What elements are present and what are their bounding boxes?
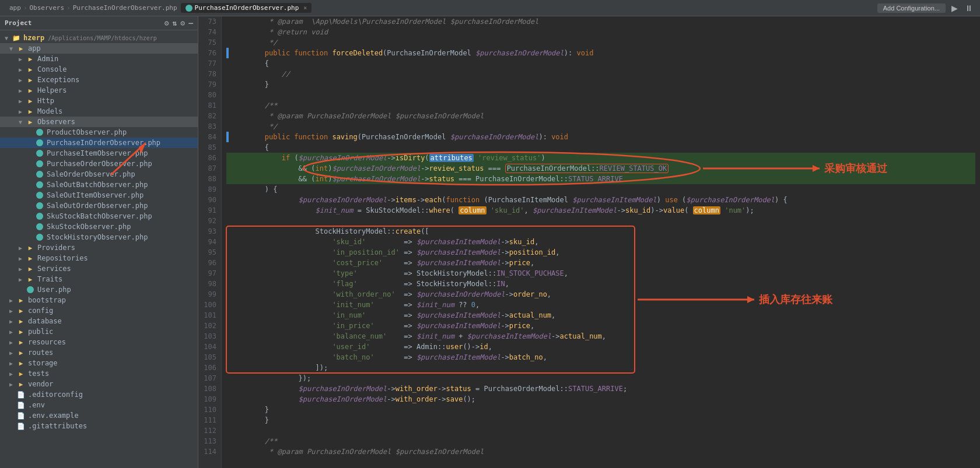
no-bookmark-79 bbox=[226, 79, 229, 90]
run-button[interactable]: ▶ bbox=[949, 3, 960, 13]
sidebar-item-Exceptions[interactable]: ▶▶ Exceptions bbox=[0, 75, 198, 85]
sidebar-item-SaleOutItemObserver[interactable]: SaleOutItemObserver.php bbox=[0, 190, 198, 200]
sidebar-item-StockHistoryObserver[interactable]: StockHistoryObserver.php bbox=[0, 232, 198, 242]
folder-icon-Models: ▶ bbox=[26, 108, 35, 115]
no-bookmark-93 bbox=[226, 226, 229, 237]
layout-icon[interactable]: ⇅ bbox=[173, 19, 177, 27]
line-num-85: 85 bbox=[203, 142, 216, 153]
code-line-73: * @param \App\Models\PurchaseInOrderMode… bbox=[226, 16, 975, 27]
code-line-89: ) { bbox=[226, 184, 975, 195]
folder-icon-Traits: ▶ bbox=[26, 276, 35, 283]
item-label-database: database bbox=[28, 317, 62, 325]
sidebar-item-PurchaseOrderObserver[interactable]: PurchaseOrderObserver.php bbox=[0, 159, 198, 169]
folder-icon-Exceptions: ▶ bbox=[26, 76, 35, 83]
sidebar-item-public[interactable]: ▶▶ public bbox=[0, 326, 198, 337]
sidebar-item-Repositories[interactable]: ▶▶ Repositories bbox=[0, 253, 198, 263]
sidebar-item-storage[interactable]: ▶▶ storage bbox=[0, 358, 198, 368]
root-label: hzerp bbox=[23, 34, 44, 42]
code-line-104: 'user_id' => Admin::user()->id, bbox=[226, 342, 975, 352]
code-line-113: /** bbox=[226, 436, 975, 446]
active-tab[interactable]: PurchaseInOrderObserver.php × bbox=[181, 3, 312, 13]
config-icon[interactable]: ⚙ bbox=[180, 19, 185, 27]
sidebar-item-resources[interactable]: ▶▶ resources bbox=[0, 337, 198, 347]
item-label-PurchaseInOrderObserver: PurchaseInOrderObserver.php bbox=[47, 139, 160, 147]
line-num-107: 107 bbox=[203, 373, 216, 383]
item-label-storage: storage bbox=[28, 359, 58, 367]
sidebar-item-tests[interactable]: ▶▶ tests bbox=[0, 368, 198, 379]
no-bookmark-91 bbox=[226, 205, 229, 216]
line-num-101: 101 bbox=[203, 310, 216, 321]
line-num-74: 74 bbox=[203, 27, 216, 37]
no-bookmark-96 bbox=[226, 258, 229, 268]
no-bookmark-90 bbox=[226, 195, 229, 205]
sidebar-item-database[interactable]: ▶▶ database bbox=[0, 316, 198, 326]
sidebar-item-config[interactable]: ▶▶ config bbox=[0, 305, 198, 316]
sidebar-item-SkuStockBatchObserver[interactable]: SkuStockBatchObserver.php bbox=[0, 211, 198, 221]
settings-icon[interactable]: ⚙ bbox=[164, 19, 169, 27]
item-label-app: app bbox=[28, 44, 41, 52]
sidebar-item-hzerp[interactable]: ▼ 📁 hzerp /Applications/MAMP/htdocs/hzer… bbox=[0, 33, 198, 43]
debug-button[interactable]: ⏸ bbox=[963, 3, 975, 13]
code-container[interactable]: 7374757677787980818283848586878889909192… bbox=[198, 16, 980, 468]
spacer-SkuStockObserver bbox=[28, 224, 35, 230]
item-label-User: User.php bbox=[37, 286, 71, 294]
tab-close-btn[interactable]: × bbox=[303, 5, 307, 11]
sidebar-item-gitattributes[interactable]: 📄.gitattributes bbox=[0, 421, 198, 431]
line-num-106: 106 bbox=[203, 363, 216, 373]
line-num-76: 76 bbox=[203, 48, 216, 58]
sidebar-item-Models[interactable]: ▶▶ Models bbox=[0, 106, 198, 117]
sidebar-item-Http[interactable]: ▶▶ Http bbox=[0, 96, 198, 106]
no-bookmark-78 bbox=[226, 69, 229, 79]
sidebar-item-SaleOrderObserver[interactable]: SaleOrderObserver.php bbox=[0, 169, 198, 180]
item-label-routes: routes bbox=[28, 349, 53, 357]
code-body[interactable]: * @param \App\Models\PurchaseInOrderMode… bbox=[222, 16, 980, 468]
no-bookmark-95 bbox=[226, 247, 229, 258]
sidebar-item-SkuStockObserver[interactable]: SkuStockObserver.php bbox=[0, 221, 198, 232]
code-line-81: /** bbox=[226, 100, 975, 111]
sidebar-item-SaleOutBatchObserver[interactable]: SaleOutBatchObserver.php bbox=[0, 180, 198, 190]
sidebar-item-PurchaseInOrderObserver[interactable]: PurchaseInOrderObserver.php bbox=[0, 138, 198, 148]
sidebar-item-editorconfig[interactable]: 📄.editorconfig bbox=[0, 389, 198, 400]
sidebar-tree: ▼ 📁 hzerp /Applications/MAMP/htdocs/hzer… bbox=[0, 30, 198, 468]
item-label-Models: Models bbox=[37, 107, 62, 115]
item-label-SaleOutOrderObserver: SaleOutOrderObserver.php bbox=[47, 202, 148, 210]
item-label-public: public bbox=[28, 328, 53, 336]
no-bookmark-85 bbox=[226, 142, 229, 153]
spacer-SaleOutBatchObserver bbox=[28, 182, 35, 188]
add-config-button[interactable]: Add Configuration... bbox=[877, 3, 946, 13]
item-label-SkuStockObserver: SkuStockObserver.php bbox=[47, 223, 131, 231]
sidebar-item-routes[interactable]: ▶▶ routes bbox=[0, 347, 198, 358]
code-line-101: 'in_num' => $purchaseInItemModel->actual… bbox=[226, 310, 975, 321]
code-line-80 bbox=[226, 90, 975, 100]
file-icon-env: 📄 bbox=[16, 402, 26, 409]
item-label-SkuStockBatchObserver: SkuStockBatchObserver.php bbox=[47, 212, 152, 220]
sidebar-item-bootstrap[interactable]: ▶▶ bootstrap bbox=[0, 295, 198, 305]
arrow-routes: ▶ bbox=[9, 350, 16, 356]
collapse-icon[interactable]: — bbox=[188, 19, 193, 27]
sidebar-item-Services[interactable]: ▶▶ Services bbox=[0, 263, 198, 274]
php-icon-SaleOutItemObserver bbox=[35, 192, 44, 199]
sidebar-item-app[interactable]: ▼▶ app bbox=[0, 43, 198, 54]
item-label-ProductObserver: ProductObserver.php bbox=[47, 128, 127, 136]
no-bookmark-82 bbox=[226, 111, 229, 121]
sidebar-item-Admin[interactable]: ▶▶ Admin bbox=[0, 54, 198, 64]
sidebar-item-env-example[interactable]: 📄.env.example bbox=[0, 410, 198, 421]
line-num-98: 98 bbox=[203, 279, 216, 289]
line-num-78: 78 bbox=[203, 69, 216, 79]
sidebar-item-SaleOutOrderObserver[interactable]: SaleOutOrderObserver.php bbox=[0, 200, 198, 211]
line-num-88: 88 bbox=[203, 174, 216, 184]
sidebar-item-ProductObserver[interactable]: ProductObserver.php bbox=[0, 127, 198, 138]
sidebar-item-Helpers[interactable]: ▶▶ Helpers bbox=[0, 85, 198, 96]
sidebar-item-env[interactable]: 📄.env bbox=[0, 400, 198, 410]
no-bookmark-81 bbox=[226, 100, 229, 111]
sidebar-item-Providers[interactable]: ▶▶ Providers bbox=[0, 242, 198, 253]
editor-wrapper: 7374757677787980818283848586878889909192… bbox=[198, 16, 980, 468]
sidebar-item-vendor[interactable]: ▶▶ vendor bbox=[0, 379, 198, 389]
sidebar-item-PurchaseItemObserver[interactable]: PurchaseItemObserver.php bbox=[0, 148, 198, 159]
item-label-PurchaseItemObserver: PurchaseItemObserver.php bbox=[47, 149, 148, 157]
sidebar-item-User[interactable]: User.php bbox=[0, 284, 198, 295]
sidebar-item-Traits[interactable]: ▶▶ Traits bbox=[0, 274, 198, 284]
no-bookmark-98 bbox=[226, 279, 229, 289]
sidebar-item-Observers[interactable]: ▼▶ Observers bbox=[0, 117, 198, 127]
sidebar-item-Console[interactable]: ▶▶ Console bbox=[0, 64, 198, 75]
